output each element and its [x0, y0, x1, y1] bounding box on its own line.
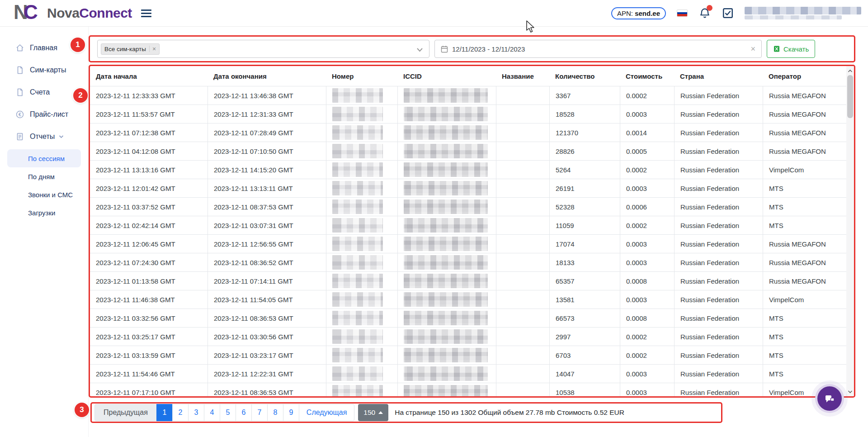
- table-row[interactable]: 2023-12-11 07:12:38 GMT2023-12-11 07:28:…: [90, 123, 846, 142]
- sidebar-item-reports[interactable]: Отчеты: [0, 125, 88, 147]
- cell-start-date: 2023-12-11 03:37:52 GMT: [90, 198, 208, 216]
- user-name-masked[interactable]: [745, 7, 861, 19]
- flag-ru-icon[interactable]: [677, 10, 688, 17]
- cell-start-date: 2023-12-11 01:13:58 GMT: [90, 272, 208, 290]
- pagination-page-3[interactable]: 3: [188, 404, 204, 421]
- menu-burger-icon[interactable]: [139, 8, 153, 19]
- sidebar-subitem-calls-and-sms[interactable]: Звонки и СМС: [0, 185, 88, 204]
- cell-name: [496, 105, 549, 123]
- cell-start-date: 2023-12-11 11:53:57 GMT: [90, 105, 208, 123]
- pagination-page-1[interactable]: 1: [156, 404, 173, 421]
- scroll-down-icon[interactable]: [846, 388, 854, 395]
- table-row[interactable]: 2023-12-11 13:13:16 GMT2023-12-11 14:15:…: [90, 160, 846, 179]
- cell-country: Russian Federation: [674, 161, 763, 179]
- cell-number: [326, 161, 397, 179]
- cell-name: [496, 86, 549, 104]
- cell-operator: Russia MEGAFON: [763, 272, 846, 290]
- table-row[interactable]: 2023-12-11 12:06:45 GMT2023-12-11 12:56:…: [90, 234, 846, 253]
- cell-iccid: [397, 272, 496, 290]
- column-header: Номер: [326, 66, 397, 86]
- table-row[interactable]: 2023-12-11 07:24:30 GMT2023-12-11 08:36:…: [90, 253, 846, 271]
- table-row[interactable]: 2023-12-11 11:54:46 GMT2023-12-11 12:22:…: [90, 364, 846, 383]
- chat-widget-button[interactable]: [817, 386, 842, 411]
- table-row[interactable]: 2023-12-11 12:33:33 GMT2023-12-11 13:46:…: [90, 86, 846, 104]
- cell-iccid: [397, 216, 496, 234]
- table-row[interactable]: 2023-12-11 03:13:59 GMT2023-12-11 03:23:…: [90, 346, 846, 364]
- table-row[interactable]: 2023-12-11 04:12:08 GMT2023-12-11 07:10:…: [90, 142, 846, 160]
- cell-name: [496, 253, 549, 271]
- cell-start-date: 2023-12-11 12:33:33 GMT: [90, 86, 208, 104]
- masked-number: [332, 385, 383, 396]
- chip-remove-icon[interactable]: ×: [149, 46, 156, 52]
- cell-name: [496, 124, 549, 142]
- scroll-up-icon[interactable]: [846, 67, 854, 75]
- cell-number: [326, 235, 397, 253]
- masked-iccid: [404, 274, 488, 288]
- date-range-input[interactable]: 12/11/2023 - 12/11/2023 ×: [434, 40, 762, 58]
- cell-number: [326, 383, 397, 396]
- app-root: NC NovaConnect APN: send.ee ГлавнаяСим-к…: [0, 0, 868, 437]
- pagination-page-2[interactable]: 2: [172, 404, 189, 421]
- table-scrollbar[interactable]: [846, 66, 854, 396]
- cell-cost: 0.0003: [620, 383, 674, 396]
- masked-number: [332, 329, 383, 344]
- cell-quantity: 11059: [549, 216, 620, 234]
- masked-iccid: [404, 107, 488, 121]
- sidebar-subitem-by-sessions[interactable]: По сессиям: [7, 149, 81, 167]
- masked-number: [332, 200, 383, 214]
- cell-name: [496, 346, 549, 364]
- cell-cost: 0.0003: [620, 179, 674, 197]
- pagination-page-7[interactable]: 7: [251, 404, 268, 421]
- page-size-button[interactable]: 150: [358, 404, 388, 421]
- table-row[interactable]: 2023-12-11 02:42:14 GMT2023-12-11 03:07:…: [90, 216, 846, 234]
- cell-operator: MTS: [763, 328, 846, 346]
- download-button-label: Скачать: [783, 45, 809, 53]
- pagination-page-6[interactable]: 6: [236, 404, 252, 421]
- cell-end-date: 2023-12-11 14:15:20 GMT: [208, 161, 326, 179]
- clear-date-icon[interactable]: ×: [750, 44, 755, 54]
- cell-operator: MTS: [763, 216, 846, 234]
- cell-iccid: [397, 290, 496, 309]
- bell-icon[interactable]: [698, 7, 711, 19]
- table-row[interactable]: 2023-12-11 03:37:52 GMT2023-12-11 08:37:…: [90, 197, 846, 216]
- masked-iccid: [404, 329, 488, 344]
- sidebar-subitem-downloads[interactable]: Загрузки: [0, 204, 88, 222]
- sidebar-subitem-by-days[interactable]: По дням: [0, 167, 88, 185]
- annotation-circle-1: 1: [71, 38, 85, 52]
- cell-quantity: 5264: [549, 161, 620, 179]
- table-row[interactable]: 2023-12-11 11:53:57 GMT2023-12-11 12:31:…: [90, 104, 846, 123]
- sidebar-item-sim-cards[interactable]: Сим-карты: [0, 59, 88, 81]
- table-header-row: Дата началаДата окончанияНомерICCIDНазва…: [90, 66, 846, 86]
- cell-end-date: 2023-12-11 07:28:49 GMT: [208, 124, 326, 142]
- sidebar-item-price-list[interactable]: €Прайс-лист: [0, 103, 88, 125]
- cell-cost: 0.0008: [620, 309, 674, 327]
- sim-filter-select[interactable]: Все сим-карты ×: [97, 40, 429, 58]
- cell-start-date: 2023-12-11 12:06:45 GMT: [90, 235, 208, 253]
- table-row[interactable]: 2023-12-11 01:13:58 GMT2023-12-11 07:14:…: [90, 271, 846, 290]
- table-row[interactable]: 2023-12-11 03:25:17 GMT2023-12-11 03:30:…: [90, 327, 846, 346]
- pagination-page-4[interactable]: 4: [204, 404, 220, 421]
- scrollbar-thumb[interactable]: [847, 75, 853, 118]
- cell-start-date: 2023-12-11 04:12:08 GMT: [90, 142, 208, 160]
- cell-start-date: 2023-12-11 11:46:38 GMT: [90, 290, 208, 309]
- table-row[interactable]: 2023-12-11 11:46:38 GMT2023-12-11 11:54:…: [90, 290, 846, 309]
- pagination-page-8[interactable]: 8: [267, 404, 283, 421]
- table-row[interactable]: 2023-12-11 07:17:10 GMT2023-12-11 08:36:…: [90, 383, 846, 396]
- file-icon: [15, 88, 24, 97]
- masked-iccid: [404, 292, 488, 307]
- cell-iccid: [397, 161, 496, 179]
- pagination-page-5[interactable]: 5: [220, 404, 236, 421]
- masked-iccid: [404, 200, 488, 214]
- pagination-page-9[interactable]: 9: [283, 404, 299, 421]
- pagination-next[interactable]: Следующая: [299, 404, 355, 421]
- cell-operator: Russia MEGAFON: [763, 253, 846, 271]
- masked-number: [332, 107, 383, 121]
- masked-iccid: [404, 218, 488, 233]
- checkbox-icon[interactable]: [722, 7, 734, 19]
- table-row[interactable]: 2023-12-11 12:01:42 GMT2023-12-11 13:13:…: [90, 179, 846, 197]
- table-row[interactable]: 2023-12-11 03:32:56 GMT2023-12-11 08:36:…: [90, 309, 846, 327]
- brand-name: NovaConnect: [47, 5, 132, 21]
- download-button[interactable]: Скачать: [767, 40, 815, 58]
- pagination-previous[interactable]: Предыдущая: [94, 404, 157, 421]
- masked-iccid: [404, 385, 488, 396]
